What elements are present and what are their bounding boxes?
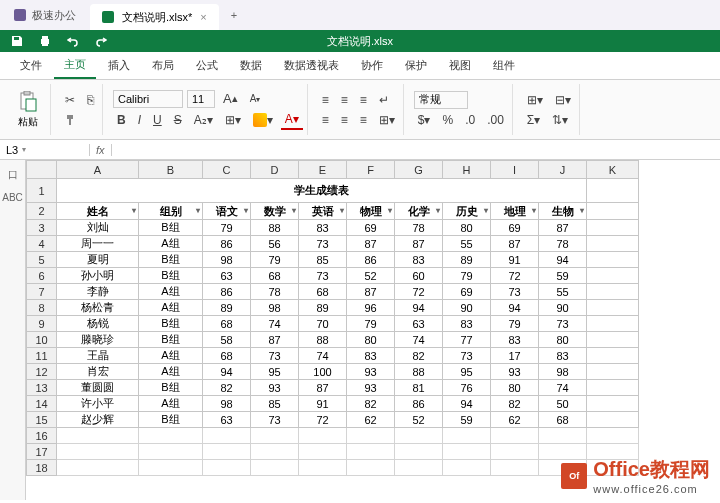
data-cell[interactable]: 王晶 <box>57 348 139 364</box>
align-middle-button[interactable]: ≡ <box>337 91 352 109</box>
data-cell[interactable]: A组 <box>139 348 203 364</box>
data-cell[interactable]: 74 <box>539 380 587 396</box>
data-cell[interactable]: 86 <box>347 252 395 268</box>
paste-button[interactable]: 粘贴 <box>10 84 46 135</box>
cut-icon[interactable]: ✂ <box>61 91 79 109</box>
empty-cell[interactable] <box>139 444 203 460</box>
empty-cell[interactable] <box>539 428 587 444</box>
data-cell[interactable]: 79 <box>251 252 299 268</box>
table-header-0[interactable]: 姓名▾ <box>57 203 139 220</box>
data-cell[interactable]: 85 <box>299 252 347 268</box>
data-cell[interactable]: 83 <box>491 332 539 348</box>
data-cell[interactable]: B组 <box>139 252 203 268</box>
col-header-E[interactable]: E <box>299 161 347 179</box>
data-cell[interactable]: B组 <box>139 316 203 332</box>
data-cell[interactable]: 刘灿 <box>57 220 139 236</box>
font-color-button[interactable]: A▾ <box>281 110 303 130</box>
data-cell[interactable]: 83 <box>299 220 347 236</box>
data-cell[interactable]: 68 <box>251 268 299 284</box>
data-cell[interactable]: 76 <box>443 380 491 396</box>
data-cell[interactable]: 73 <box>299 268 347 284</box>
cell-K12[interactable] <box>587 364 639 380</box>
data-cell[interactable]: 87 <box>299 380 347 396</box>
copy-icon[interactable]: ⎘ <box>83 91 98 109</box>
row-header-5[interactable]: 5 <box>27 252 57 268</box>
title-cell[interactable]: 学生成绩表 <box>57 179 587 203</box>
data-cell[interactable]: 82 <box>395 348 443 364</box>
strikethrough-button[interactable]: S <box>170 111 186 129</box>
data-cell[interactable]: 73 <box>443 348 491 364</box>
table-header-9[interactable]: 生物▾ <box>539 203 587 220</box>
empty-cell[interactable] <box>347 460 395 476</box>
empty-cell[interactable] <box>491 428 539 444</box>
data-cell[interactable]: 90 <box>443 300 491 316</box>
data-cell[interactable]: 98 <box>251 300 299 316</box>
decrease-font-button[interactable]: A▾ <box>246 91 265 106</box>
data-cell[interactable]: 59 <box>443 412 491 428</box>
cell-K8[interactable] <box>587 300 639 316</box>
data-cell[interactable]: 91 <box>491 252 539 268</box>
empty-cell[interactable] <box>57 460 139 476</box>
data-cell[interactable]: 56 <box>251 236 299 252</box>
data-cell[interactable]: 55 <box>539 284 587 300</box>
data-cell[interactable]: 59 <box>539 268 587 284</box>
data-cell[interactable]: 74 <box>251 316 299 332</box>
empty-cell[interactable] <box>395 444 443 460</box>
filter-dropdown-icon[interactable]: ▾ <box>132 206 136 215</box>
data-cell[interactable]: 73 <box>539 316 587 332</box>
empty-cell[interactable] <box>587 428 639 444</box>
empty-cell[interactable] <box>299 444 347 460</box>
data-cell[interactable]: 90 <box>539 300 587 316</box>
align-bottom-button[interactable]: ≡ <box>356 91 371 109</box>
data-cell[interactable]: 79 <box>347 316 395 332</box>
empty-cell[interactable] <box>251 444 299 460</box>
data-cell[interactable]: 74 <box>299 348 347 364</box>
data-cell[interactable]: 94 <box>203 364 251 380</box>
row-header-4[interactable]: 4 <box>27 236 57 252</box>
name-box[interactable]: L3 ▾ <box>0 144 90 156</box>
table-header-4[interactable]: 英语▾ <box>299 203 347 220</box>
data-cell[interactable]: 63 <box>395 316 443 332</box>
row-header-1[interactable]: 1 <box>27 179 57 203</box>
borders-button[interactable]: ⊞▾ <box>221 111 245 129</box>
font-size-select[interactable]: 11 <box>187 90 215 108</box>
data-cell[interactable]: A组 <box>139 236 203 252</box>
table-header-6[interactable]: 化学▾ <box>395 203 443 220</box>
data-cell[interactable]: 86 <box>395 396 443 412</box>
menu-item-8[interactable]: 保护 <box>395 53 437 78</box>
data-cell[interactable]: 91 <box>299 396 347 412</box>
spell-icon[interactable]: ABC <box>2 192 23 203</box>
data-cell[interactable]: 88 <box>299 332 347 348</box>
document-tab[interactable]: 文档说明.xlsx* × <box>90 4 219 30</box>
table-header-1[interactable]: 组别▾ <box>139 203 203 220</box>
underline-button[interactable]: U <box>149 111 166 129</box>
print-icon[interactable] <box>38 34 52 48</box>
data-cell[interactable]: 68 <box>539 412 587 428</box>
empty-cell[interactable] <box>347 444 395 460</box>
data-cell[interactable]: 63 <box>203 268 251 284</box>
empty-cell[interactable] <box>443 460 491 476</box>
filter-dropdown-icon[interactable]: ▾ <box>292 206 296 215</box>
data-cell[interactable]: 73 <box>491 284 539 300</box>
cell-K10[interactable] <box>587 332 639 348</box>
data-cell[interactable]: 79 <box>491 316 539 332</box>
data-cell[interactable]: 78 <box>395 220 443 236</box>
empty-cell[interactable] <box>395 428 443 444</box>
data-cell[interactable]: 81 <box>395 380 443 396</box>
data-cell[interactable]: 73 <box>251 348 299 364</box>
empty-cell[interactable] <box>139 460 203 476</box>
col-header-B[interactable]: B <box>139 161 203 179</box>
align-left-button[interactable]: ≡ <box>318 111 333 129</box>
data-cell[interactable]: 83 <box>347 348 395 364</box>
data-cell[interactable]: 杨松青 <box>57 300 139 316</box>
spreadsheet[interactable]: ABCDEFGHIJK1学生成绩表2姓名▾组别▾语文▾数学▾英语▾物理▾化学▾历… <box>26 160 639 476</box>
row-header-15[interactable]: 15 <box>27 412 57 428</box>
empty-cell[interactable] <box>203 460 251 476</box>
data-cell[interactable]: 孙小明 <box>57 268 139 284</box>
data-cell[interactable]: 79 <box>443 268 491 284</box>
cell-K13[interactable] <box>587 380 639 396</box>
data-cell[interactable]: 69 <box>491 220 539 236</box>
data-cell[interactable]: 55 <box>443 236 491 252</box>
row-header-16[interactable]: 16 <box>27 428 57 444</box>
data-cell[interactable]: 96 <box>347 300 395 316</box>
